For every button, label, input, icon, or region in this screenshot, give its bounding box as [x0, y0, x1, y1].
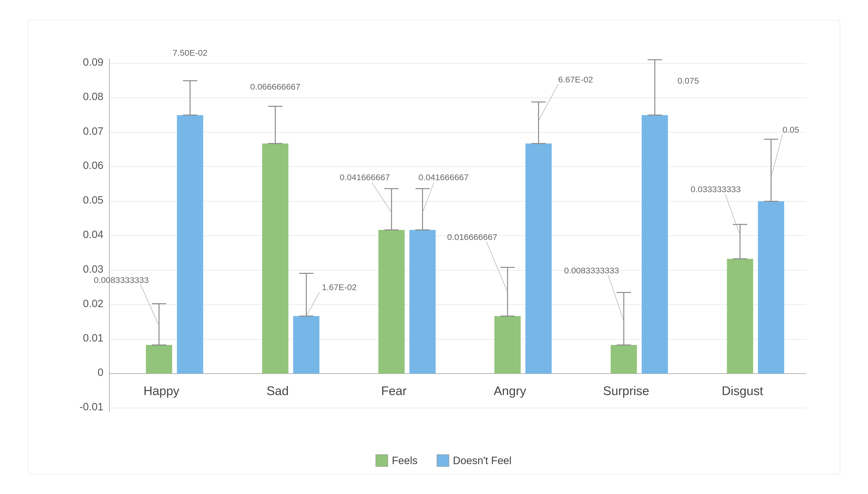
svg-text:0.0083333333: 0.0083333333	[564, 265, 619, 275]
svg-text:0.066666667: 0.066666667	[250, 81, 300, 91]
svg-line-48	[372, 183, 392, 212]
svg-text:0.03: 0.03	[83, 263, 103, 274]
svg-text:0.08: 0.08	[83, 90, 103, 102]
chart-container: .axis-label { font-size: 44px; fill: #55…	[28, 20, 840, 474]
svg-text:1.67E-02: 1.67E-02	[322, 282, 357, 292]
svg-text:6.67E-02: 6.67E-02	[558, 74, 593, 84]
svg-text:0.01: 0.01	[83, 332, 103, 344]
svg-text:0.05: 0.05	[83, 194, 103, 206]
label-angry: Angry	[494, 384, 526, 398]
svg-line-40	[306, 292, 319, 316]
bar-disgust-doesnt	[758, 201, 784, 374]
bar-surprise-doesnt	[642, 115, 668, 374]
svg-text:0.041666667: 0.041666667	[340, 172, 390, 182]
svg-line-77	[725, 194, 740, 235]
chart-legend: Feels Doesn't Feel	[375, 454, 511, 467]
svg-text:0.016666667: 0.016666667	[447, 232, 497, 242]
svg-line-79	[771, 134, 783, 177]
svg-line-68	[608, 275, 624, 321]
bar-fear-feels	[378, 230, 405, 374]
bar-surprise-feels	[611, 345, 637, 374]
svg-text:0: 0	[97, 366, 103, 378]
legend-feels: Feels	[375, 454, 417, 467]
label-happy: Happy	[143, 384, 179, 398]
bar-sad-doesnt	[293, 316, 319, 374]
svg-text:0.04: 0.04	[83, 228, 103, 240]
svg-line-50	[422, 183, 434, 212]
svg-text:0.075: 0.075	[677, 76, 699, 85]
svg-text:0.041666667: 0.041666667	[418, 172, 469, 182]
svg-text:0.02: 0.02	[83, 297, 103, 309]
label-sad: Sad	[267, 384, 289, 398]
svg-text:0.06: 0.06	[83, 159, 103, 171]
label-surprise: Surprise	[603, 384, 649, 398]
bar-disgust-feels	[727, 259, 753, 373]
legend-feels-color	[375, 454, 388, 467]
legend-doesnt-color	[437, 454, 449, 467]
bar-chart: .axis-label { font-size: 44px; fill: #55…	[66, 39, 821, 426]
svg-text:0.07: 0.07	[83, 125, 103, 137]
svg-text:0.05: 0.05	[783, 125, 799, 134]
bar-angry-feels	[494, 316, 521, 374]
svg-text:0.033333333: 0.033333333	[691, 184, 741, 194]
legend-feels-label: Feels	[392, 455, 417, 467]
svg-text:0.0083333333: 0.0083333333	[94, 275, 149, 285]
svg-text:7.50E-02: 7.50E-02	[173, 48, 208, 57]
legend-doesnt: Doesn't Feel	[437, 454, 512, 467]
bar-angry-doesnt	[526, 144, 552, 374]
bar-fear-doesnt	[409, 230, 436, 374]
label-disgust: Disgust	[722, 384, 763, 398]
bar-happy-feels	[146, 345, 172, 374]
chart-area: .axis-label { font-size: 44px; fill: #55…	[66, 39, 821, 426]
bar-sad-feels	[262, 144, 288, 374]
svg-line-30	[140, 284, 159, 326]
label-fear: Fear	[381, 384, 407, 398]
svg-text:0.09: 0.09	[83, 56, 103, 68]
bar-happy-doesnt	[177, 115, 203, 374]
legend-doesnt-label: Doesn't Feel	[453, 455, 512, 467]
svg-text:-0.01: -0.01	[80, 401, 103, 413]
